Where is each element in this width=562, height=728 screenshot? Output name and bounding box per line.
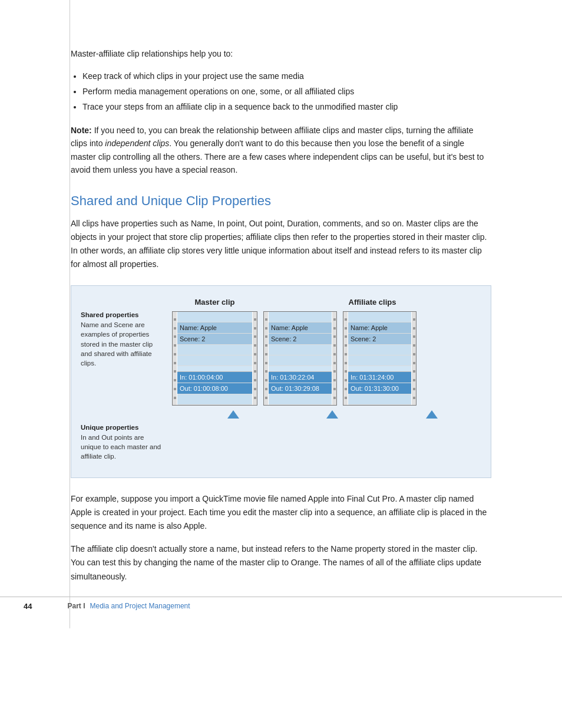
page-border-line <box>70 0 70 628</box>
aff2-name-row: Name: Apple <box>348 322 411 334</box>
master-out-row: Out: 01:00:08:00 <box>177 383 252 394</box>
paragraph1: For example, suppose you import a QuickT… <box>71 492 491 533</box>
master-name-row: Name: Apple <box>177 322 252 334</box>
aff2-empty1 <box>348 345 411 355</box>
annotations-column: Shared properties Name and Scene are exa… <box>81 311 172 461</box>
master-dots-right <box>253 312 257 405</box>
unique-desc: In and Out points are unique to each mas… <box>81 433 165 461</box>
arrow-up-3 <box>426 410 438 419</box>
affiliate-clips-label: Affiliate clips <box>263 298 481 307</box>
aff2-spacer <box>348 366 411 372</box>
aff1-empty-top <box>269 312 332 322</box>
section-body: All clips have properties such as Name, … <box>71 217 491 271</box>
list-item: Perform media management operations on o… <box>82 85 491 99</box>
bullet-list: Keep track of which clips in your projec… <box>82 70 491 114</box>
paragraph2: The affiliate clip doesn't actually stor… <box>71 542 491 583</box>
master-clip-inner: Name: Apple Scene: 2 In: 01:00:04:00 Out… <box>177 312 252 405</box>
master-clip-box: Name: Apple Scene: 2 In: 01:00:04:00 Out… <box>172 311 257 406</box>
arrow-up-2 <box>326 410 338 419</box>
intro-sentence: Master-affiliate clip relationships help… <box>71 47 491 60</box>
clips-area: Name: Apple Scene: 2 In: 01:00:04:00 Out… <box>172 311 481 419</box>
unique-title: Unique properties <box>81 424 165 431</box>
page: Master-affiliate clip relationships help… <box>0 0 562 628</box>
aff2-dots-right <box>412 312 416 405</box>
aff1-in-row: In: 01:30:22:04 <box>269 372 332 383</box>
affiliate1-box: Name: Apple Scene: 2 In: 01:30:22:04 Out… <box>263 311 337 406</box>
arrow-up-1 <box>227 410 239 419</box>
master-empty2 <box>177 355 252 366</box>
list-item: Trace your steps from an affiliate clip … <box>82 100 491 114</box>
master-empty1 <box>177 345 252 355</box>
affiliate2-card: Name: Apple Scene: 2 In: 01:31:24:00 Out… <box>343 311 416 406</box>
master-clip-label: Master clip <box>172 298 257 307</box>
shared-desc: Name and Scene are examples of propertie… <box>81 320 165 367</box>
master-spacer <box>177 366 252 372</box>
bottom-arrows <box>172 410 481 419</box>
master-empty-bottom <box>177 394 252 405</box>
aff2-out-row: Out: 01:31:30:00 <box>348 383 411 394</box>
master-clip-card: Name: Apple Scene: 2 In: 01:00:04:00 Out… <box>172 311 257 406</box>
aff1-scene-row: Scene: 2 <box>269 334 332 345</box>
aff2-empty2 <box>348 355 411 366</box>
aff1-dots-right <box>332 312 336 405</box>
aff1-empty2 <box>269 355 332 366</box>
aff1-name-row: Name: Apple <box>269 322 332 334</box>
note-italic: independent clips <box>105 139 169 148</box>
footer-part-label: Part I <box>67 602 85 610</box>
affiliate2-box: Name: Apple Scene: 2 In: 01:31:24:00 Out… <box>343 311 416 406</box>
master-scene-row: Scene: 2 <box>177 334 252 345</box>
diagram: Master clip Affiliate clips Shared prope… <box>71 285 491 478</box>
affiliate1-card: Name: Apple Scene: 2 In: 01:30:22:04 Out… <box>263 311 337 406</box>
aff1-spacer <box>269 366 332 372</box>
note-block: Note: If you need to, you can break the … <box>71 124 491 177</box>
aff1-empty1 <box>269 345 332 355</box>
aff2-empty-bottom <box>348 394 411 405</box>
aff2-inner: Name: Apple Scene: 2 In: 01:31:24:00 Out… <box>348 312 411 405</box>
page-footer: 44 Part I Media and Project Management <box>0 597 562 611</box>
aff2-empty-top <box>348 312 411 322</box>
page-number: 44 <box>24 602 32 611</box>
section-heading: Shared and Unique Clip Properties <box>71 193 491 210</box>
list-item: Keep track of which clips in your projec… <box>82 70 491 84</box>
aff2-dots-left <box>343 312 348 405</box>
note-label: Note: <box>71 126 92 135</box>
shared-title: Shared properties <box>81 311 165 318</box>
master-dots-left <box>173 312 177 405</box>
aff2-in-row: In: 01:31:24:00 <box>348 372 411 383</box>
footer-part-title: Media and Project Management <box>90 602 190 610</box>
aff1-empty-bottom <box>269 394 332 405</box>
master-empty-top <box>177 312 252 322</box>
aff1-dots-left <box>264 312 268 405</box>
master-in-row: In: 01:00:04:00 <box>177 372 252 383</box>
aff1-inner: Name: Apple Scene: 2 In: 01:30:22:04 Out… <box>269 312 332 405</box>
aff1-out-row: Out: 01:30:29:08 <box>269 383 332 394</box>
aff2-scene-row: Scene: 2 <box>348 334 411 345</box>
